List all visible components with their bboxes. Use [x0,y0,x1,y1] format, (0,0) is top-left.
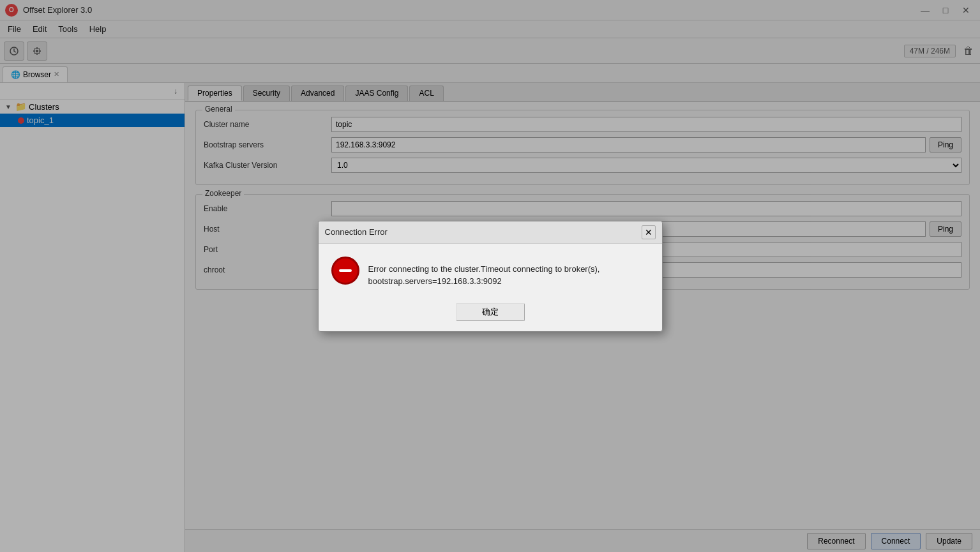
error-dialog-close[interactable]: ✕ [642,225,656,239]
error-dialog-title: Connection Error [325,227,388,237]
modal-overlay: Connection Error ✕ Error connecting to t… [0,0,980,552]
error-dialog-footer: 确定 [319,298,662,331]
error-dialog: Connection Error ✕ Error connecting to t… [318,221,663,332]
error-icon [331,257,359,285]
error-ok-button[interactable]: 确定 [456,303,525,321]
error-icon-dash [339,269,352,272]
error-dialog-body: Error connecting to the cluster.Timeout … [319,244,662,298]
error-message: Error connecting to the cluster.Timeout … [368,257,649,288]
error-dialog-titlebar: Connection Error ✕ [319,221,662,244]
